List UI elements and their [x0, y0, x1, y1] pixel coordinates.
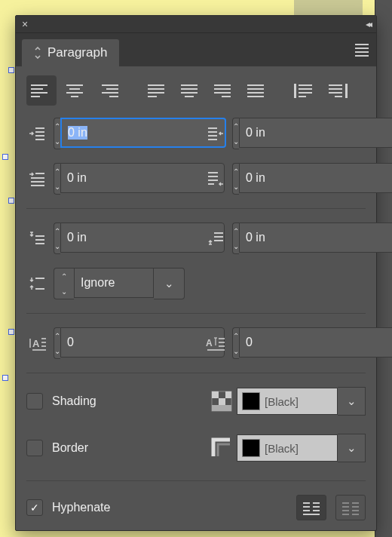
space-between-select[interactable]: Ignore — [74, 268, 154, 298]
paragraph-panel: × ◂◂ Paragraph — [15, 15, 377, 531]
align-center-button[interactable] — [60, 75, 90, 106]
span-columns-button[interactable] — [335, 495, 366, 520]
align-away-spine-button[interactable] — [322, 75, 352, 106]
justify-right-button[interactable] — [207, 75, 237, 106]
flyout-menu-icon[interactable] — [348, 35, 376, 65]
drop-cap-lines-input[interactable] — [60, 327, 225, 357]
left-indent-icon — [26, 125, 47, 142]
first-line-indent-icon — [26, 170, 47, 187]
alignment-row — [26, 75, 366, 106]
space-after-input[interactable] — [239, 222, 392, 253]
shading-checkbox[interactable] — [26, 393, 43, 410]
space-between-icon — [26, 275, 47, 292]
left-indent-spinner[interactable]: ⌃⌄ — [54, 118, 60, 149]
drop-cap-chars-input[interactable] — [239, 327, 392, 357]
svg-text:A: A — [206, 338, 213, 348]
border-color-label: [Black] — [265, 442, 299, 455]
collapse-icon[interactable]: ◂◂ — [366, 19, 370, 29]
shading-preview-icon — [211, 391, 232, 412]
shading-label: Shading — [52, 394, 202, 408]
justify-left-button[interactable] — [141, 75, 171, 106]
last-line-spinner[interactable]: ⌃⌄ — [232, 163, 239, 195]
border-preview-icon — [211, 437, 232, 459]
right-indent-spinner[interactable]: ⌃⌄ — [232, 118, 239, 149]
space-before-spinner[interactable]: ⌃⌄ — [54, 222, 60, 254]
right-indent-icon — [205, 125, 226, 142]
last-line-input[interactable] — [239, 163, 392, 193]
tab-paragraph[interactable]: Paragraph — [22, 39, 119, 66]
right-indent-input[interactable] — [239, 118, 392, 148]
close-icon[interactable]: × — [22, 19, 28, 29]
space-between-dropdown[interactable]: ⌄ — [154, 268, 185, 299]
first-line-input[interactable] — [60, 163, 225, 193]
space-before-input[interactable] — [60, 222, 225, 253]
hyphenate-label: Hyphenate — [52, 501, 287, 514]
shading-color-dropdown[interactable]: ⌄ — [338, 387, 366, 416]
tab-row: Paragraph — [16, 33, 376, 66]
first-line-spinner[interactable]: ⌃⌄ — [54, 163, 60, 195]
drop-cap-lines-icon: A — [26, 335, 47, 351]
panel-content: ⌃⌄ ⌃⌄ — [16, 66, 376, 530]
border-checkbox[interactable] — [26, 440, 43, 456]
single-column-button[interactable] — [296, 495, 326, 520]
align-left-button[interactable] — [26, 75, 57, 106]
border-color-dropdown[interactable]: ⌄ — [338, 434, 366, 462]
tab-label: Paragraph — [47, 45, 107, 60]
justify-full-button[interactable] — [240, 75, 271, 106]
svg-rect-40 — [225, 391, 231, 398]
justify-center-button[interactable] — [174, 75, 204, 106]
align-right-button[interactable] — [93, 75, 123, 106]
space-between-spinner[interactable]: ⌃⌄ — [54, 268, 74, 299]
panel-drag-icon — [34, 47, 41, 59]
align-toward-spine-button[interactable] — [289, 75, 319, 106]
border-color-field[interactable]: [Black] — [237, 434, 338, 462]
panel-titlebar[interactable]: × ◂◂ — [16, 16, 376, 33]
border-label: Border — [52, 441, 202, 455]
drop-cap-chars-icon: A — [205, 335, 226, 351]
drop-cap-lines-spinner[interactable]: ⌃⌄ — [54, 327, 60, 359]
svg-rect-41 — [212, 405, 231, 411]
shading-color-label: [Black] — [265, 395, 299, 408]
left-indent-input[interactable] — [60, 118, 226, 148]
border-swatch-icon — [242, 439, 260, 457]
space-after-icon — [205, 230, 226, 247]
shading-swatch-icon — [242, 392, 260, 410]
space-before-icon — [26, 230, 47, 247]
svg-text:A: A — [32, 338, 40, 349]
space-after-spinner[interactable]: ⌃⌄ — [232, 222, 239, 254]
svg-rect-39 — [219, 398, 225, 405]
drop-cap-chars-spinner[interactable]: ⌃⌄ — [232, 327, 239, 359]
last-line-indent-icon — [205, 170, 226, 187]
svg-rect-38 — [212, 391, 219, 398]
shading-color-field[interactable]: [Black] — [237, 388, 338, 415]
hyphenate-checkbox[interactable]: ✓ — [26, 499, 43, 516]
